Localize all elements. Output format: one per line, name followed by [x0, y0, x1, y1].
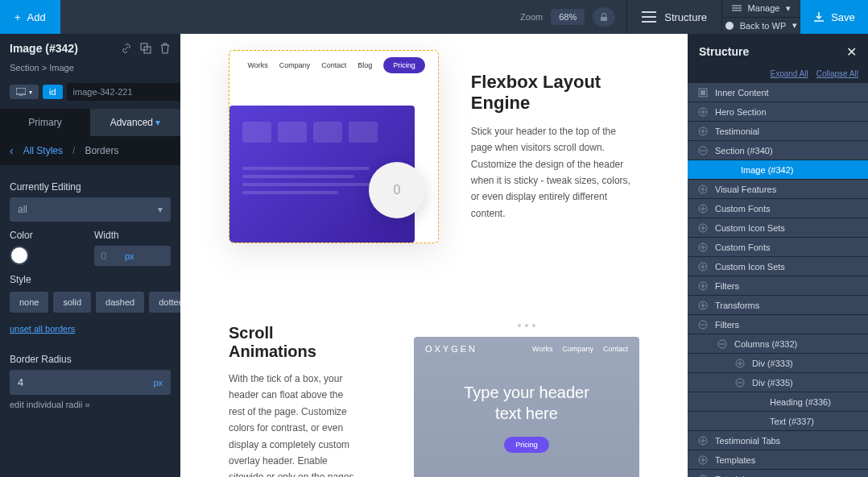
tree-label: Filters — [715, 281, 739, 291]
editing-select[interactable]: all▾ — [10, 197, 171, 222]
nav-blog: Blog — [358, 61, 372, 69]
canvas[interactable]: Works Company Contact Blog Pricing 0 Fle… — [180, 34, 688, 477]
br-unit[interactable]: px — [153, 378, 163, 388]
link-icon[interactable] — [121, 43, 132, 54]
editing-value: all — [18, 204, 27, 215]
tree-item-18[interactable]: Testimonial Tabs — [688, 431, 868, 450]
expand-all[interactable]: Expand All — [770, 69, 808, 78]
expand-icon[interactable] — [697, 222, 709, 234]
tree-item-16[interactable]: Heading (#336) — [688, 392, 868, 411]
tree-item-2[interactable]: Testimonial — [688, 122, 868, 140]
selector-input[interactable] — [67, 83, 191, 101]
zoom-label: Zoom — [520, 12, 543, 22]
tree-label: Custom Icon Sets — [715, 262, 785, 272]
structure-panel: Structure ✕ Expand All Collapse All Inne… — [688, 34, 868, 477]
tree-item-14[interactable]: Div (#333) — [688, 354, 868, 372]
tab-primary[interactable]: Primary — [0, 109, 90, 136]
style-dashed[interactable]: dashed — [96, 292, 144, 313]
expand-icon[interactable] — [697, 280, 709, 292]
tree-item-12[interactable]: Filters — [688, 315, 868, 334]
tree-label: Section (#340) — [715, 146, 773, 156]
sliders-icon — [732, 4, 742, 12]
tree-item-8[interactable]: Custom Fonts — [688, 238, 868, 256]
tree-item-19[interactable]: Templates — [688, 450, 868, 469]
tab-advanced[interactable]: Advanced ▾ — [90, 109, 180, 136]
tree-item-13[interactable]: Columns (#332) — [688, 334, 868, 353]
tree-item-15[interactable]: Div (#335) — [688, 373, 868, 392]
tree-label: Testimonial — [715, 127, 759, 136]
nav2-company: Company — [562, 345, 593, 353]
style-dotted[interactable]: dotted — [149, 292, 180, 313]
tree-label: Div (#335) — [752, 378, 793, 388]
expand-icon[interactable] — [697, 261, 709, 272]
nav-current: Borders — [85, 145, 118, 156]
manage-button[interactable]: Manage ▾ — [722, 0, 800, 18]
device-selector[interactable]: ▾ — [10, 85, 39, 99]
left-panel: Image (#342) Section > Image ▾ id state … — [0, 34, 180, 477]
manage-label: Manage — [748, 3, 780, 13]
tree-item-10[interactable]: Filters — [688, 276, 868, 295]
element-title: Image (#342) — [10, 42, 78, 55]
unset-borders-link[interactable]: unset all borders — [10, 324, 75, 334]
collapse-all[interactable]: Collapse All — [816, 69, 858, 78]
tree-item-4[interactable]: Image (#342) — [688, 160, 868, 179]
expand-icon[interactable] — [697, 106, 709, 118]
style-none[interactable]: none — [10, 292, 48, 313]
collapse-icon[interactable] — [717, 338, 728, 350]
add-button[interactable]: + Add — [0, 0, 60, 34]
back-to-wp-button[interactable]: Back to WP ▾ — [722, 18, 800, 35]
trash-icon[interactable] — [159, 43, 171, 54]
expand-icon[interactable] — [697, 454, 709, 466]
tree-item-0[interactable]: Inner Content — [688, 83, 868, 102]
expand-icon[interactable] — [697, 435, 709, 446]
back-wp-label: Back to WP — [740, 21, 786, 31]
tree-item-3[interactable]: Section (#340) — [688, 141, 868, 160]
tree-item-5[interactable]: Visual Features — [688, 180, 868, 198]
expand-icon[interactable] — [697, 300, 709, 311]
width-unit[interactable]: px — [125, 251, 134, 261]
color-swatch[interactable] — [10, 246, 29, 265]
border-radius-input[interactable]: px — [10, 370, 171, 395]
editing-label: Currently Editing — [10, 181, 171, 193]
tree-item-20[interactable]: Tutorials — [688, 470, 868, 477]
crumb-section[interactable]: Section — [10, 63, 39, 73]
back-arrow[interactable]: ‹ — [10, 144, 14, 157]
sec1-body: Stick your header to the top of the page… — [471, 123, 639, 222]
nav-all-styles[interactable]: All Styles — [23, 145, 63, 156]
structure-toggle[interactable]: Structure — [626, 0, 721, 34]
tree-item-1[interactable]: Hero Section — [688, 102, 868, 121]
lock-icon[interactable] — [593, 7, 615, 27]
selected-image[interactable]: Works Company Contact Blog Pricing 0 — [229, 50, 439, 243]
edit-radii-link[interactable]: edit individual radii » — [10, 400, 171, 409]
tree-item-9[interactable]: Custom Icon Sets — [688, 257, 868, 276]
width-field[interactable] — [101, 250, 125, 262]
width-input[interactable]: px — [94, 246, 171, 266]
expand-icon[interactable] — [734, 358, 746, 369]
expand-icon[interactable] — [697, 242, 709, 253]
topbar: + Add Zoom 68% Structure Manage ▾ Back t… — [0, 0, 868, 34]
collapse-icon[interactable] — [697, 319, 709, 330]
tree-item-17[interactable]: Text (#337) — [688, 412, 868, 430]
chevron-down-icon: ▾ — [29, 89, 32, 96]
tree-label: Heading (#336) — [770, 397, 831, 407]
save-button[interactable]: Save — [800, 0, 868, 34]
close-icon[interactable]: ✕ — [846, 44, 857, 60]
expand-icon[interactable] — [697, 126, 709, 137]
collapse-icon[interactable] — [697, 145, 709, 156]
style-solid[interactable]: solid — [53, 292, 91, 313]
tree-label: Custom Fonts — [715, 204, 770, 214]
tree-label: Text (#337) — [770, 417, 814, 426]
color-label: Color — [10, 230, 86, 241]
expand-icon[interactable] — [697, 184, 709, 195]
tree-item-6[interactable]: Custom Fonts — [688, 199, 868, 218]
id-badge[interactable]: id — [43, 85, 63, 99]
structure-icon — [642, 11, 656, 23]
zoom-value[interactable]: 68% — [551, 9, 585, 25]
expand-icon[interactable] — [697, 474, 709, 478]
br-field[interactable] — [18, 376, 58, 388]
expand-icon[interactable] — [697, 203, 709, 214]
tree-item-11[interactable]: Transforms — [688, 296, 868, 314]
collapse-icon[interactable] — [734, 377, 746, 388]
tree-item-7[interactable]: Custom Icon Sets — [688, 218, 868, 237]
copy-icon[interactable] — [140, 43, 151, 54]
